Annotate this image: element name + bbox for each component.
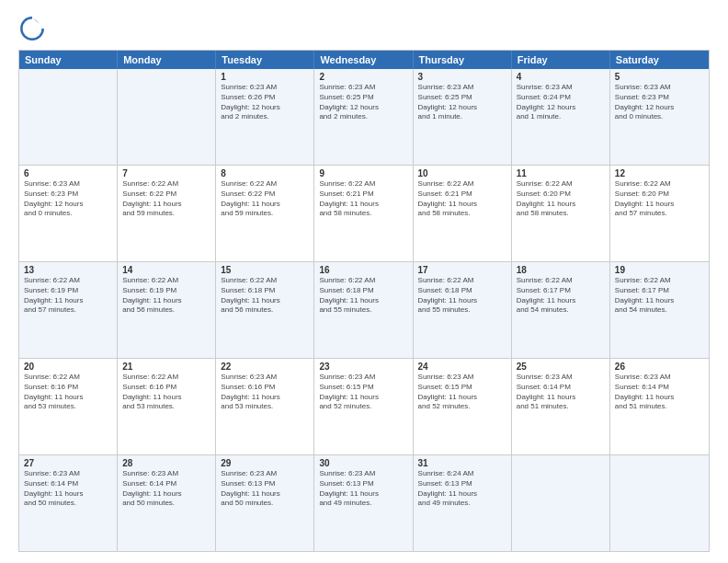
day-info: Sunrise: 6:23 AM Sunset: 6:14 PM Dayligh… xyxy=(615,373,704,412)
day-number: 11 xyxy=(517,168,605,178)
day-number: 19 xyxy=(615,265,704,275)
day-info: Sunrise: 6:23 AM Sunset: 6:14 PM Dayligh… xyxy=(122,469,210,509)
calendar-day-24: 24Sunrise: 6:23 AM Sunset: 6:15 PM Dayli… xyxy=(414,359,512,454)
day-number: 27 xyxy=(24,458,112,468)
calendar-day-17: 17Sunrise: 6:22 AM Sunset: 6:18 PM Dayli… xyxy=(414,262,512,358)
calendar-day-10: 10Sunrise: 6:22 AM Sunset: 6:21 PM Dayli… xyxy=(414,166,512,261)
day-info: Sunrise: 6:22 AM Sunset: 6:16 PM Dayligh… xyxy=(24,373,112,412)
calendar-day-4: 4Sunrise: 6:23 AM Sunset: 6:24 PM Daylig… xyxy=(512,69,610,165)
calendar-day-12: 12Sunrise: 6:22 AM Sunset: 6:20 PM Dayli… xyxy=(610,166,709,261)
day-number: 6 xyxy=(24,168,112,178)
calendar-day-25: 25Sunrise: 6:23 AM Sunset: 6:14 PM Dayli… xyxy=(512,359,610,454)
day-number: 18 xyxy=(517,265,605,275)
day-number: 8 xyxy=(221,168,309,178)
day-number: 7 xyxy=(122,168,210,178)
logo xyxy=(18,15,50,42)
day-info: Sunrise: 6:23 AM Sunset: 6:15 PM Dayligh… xyxy=(319,373,407,412)
day-info: Sunrise: 6:23 AM Sunset: 6:13 PM Dayligh… xyxy=(221,469,309,509)
day-info: Sunrise: 6:22 AM Sunset: 6:21 PM Dayligh… xyxy=(319,179,407,219)
day-number: 10 xyxy=(418,168,506,178)
day-number: 21 xyxy=(122,362,210,372)
logo-icon xyxy=(18,15,46,42)
calendar-day-19: 19Sunrise: 6:22 AM Sunset: 6:17 PM Dayli… xyxy=(610,262,709,358)
day-info: Sunrise: 6:22 AM Sunset: 6:20 PM Dayligh… xyxy=(517,179,605,219)
calendar-day-20: 20Sunrise: 6:22 AM Sunset: 6:16 PM Dayli… xyxy=(19,359,118,454)
day-info: Sunrise: 6:23 AM Sunset: 6:26 PM Dayligh… xyxy=(221,83,309,122)
day-info: Sunrise: 6:23 AM Sunset: 6:25 PM Dayligh… xyxy=(319,83,407,122)
calendar-day-30: 30Sunrise: 6:23 AM Sunset: 6:13 PM Dayli… xyxy=(314,455,413,551)
calendar-day-6: 6Sunrise: 6:23 AM Sunset: 6:23 PM Daylig… xyxy=(19,166,118,261)
day-number: 24 xyxy=(418,362,506,372)
day-number: 16 xyxy=(319,265,407,275)
calendar-day-1: 1Sunrise: 6:23 AM Sunset: 6:26 PM Daylig… xyxy=(216,69,314,165)
day-number: 17 xyxy=(418,265,506,275)
day-info: Sunrise: 6:23 AM Sunset: 6:15 PM Dayligh… xyxy=(418,373,506,412)
calendar-day-14: 14Sunrise: 6:22 AM Sunset: 6:19 PM Dayli… xyxy=(118,262,216,358)
calendar-day-empty xyxy=(610,455,709,551)
calendar-day-15: 15Sunrise: 6:22 AM Sunset: 6:18 PM Dayli… xyxy=(216,262,314,358)
day-info: Sunrise: 6:23 AM Sunset: 6:23 PM Dayligh… xyxy=(615,83,704,122)
calendar-day-22: 22Sunrise: 6:23 AM Sunset: 6:16 PM Dayli… xyxy=(216,359,314,454)
day-number: 15 xyxy=(221,265,309,275)
calendar-body: 1Sunrise: 6:23 AM Sunset: 6:26 PM Daylig… xyxy=(19,69,709,551)
calendar-day-empty xyxy=(118,69,216,165)
day-info: Sunrise: 6:22 AM Sunset: 6:22 PM Dayligh… xyxy=(221,179,309,219)
calendar-day-31: 31Sunrise: 6:24 AM Sunset: 6:13 PM Dayli… xyxy=(414,455,512,551)
header-day-friday: Friday xyxy=(512,51,610,69)
day-info: Sunrise: 6:22 AM Sunset: 6:17 PM Dayligh… xyxy=(615,276,704,316)
day-number: 13 xyxy=(24,265,112,275)
calendar-day-2: 2Sunrise: 6:23 AM Sunset: 6:25 PM Daylig… xyxy=(314,69,413,165)
day-info: Sunrise: 6:22 AM Sunset: 6:20 PM Dayligh… xyxy=(615,179,704,219)
calendar-day-3: 3Sunrise: 6:23 AM Sunset: 6:25 PM Daylig… xyxy=(414,69,512,165)
calendar-day-7: 7Sunrise: 6:22 AM Sunset: 6:22 PM Daylig… xyxy=(118,166,216,261)
day-info: Sunrise: 6:23 AM Sunset: 6:16 PM Dayligh… xyxy=(221,373,309,412)
day-info: Sunrise: 6:23 AM Sunset: 6:13 PM Dayligh… xyxy=(319,469,407,509)
day-info: Sunrise: 6:23 AM Sunset: 6:24 PM Dayligh… xyxy=(517,83,605,122)
day-info: Sunrise: 6:22 AM Sunset: 6:19 PM Dayligh… xyxy=(122,276,210,316)
day-info: Sunrise: 6:23 AM Sunset: 6:23 PM Dayligh… xyxy=(24,179,112,219)
calendar-day-empty xyxy=(512,455,610,551)
calendar-day-18: 18Sunrise: 6:22 AM Sunset: 6:17 PM Dayli… xyxy=(512,262,610,358)
day-number: 30 xyxy=(319,458,407,468)
day-info: Sunrise: 6:23 AM Sunset: 6:14 PM Dayligh… xyxy=(517,373,605,412)
calendar-week-3: 13Sunrise: 6:22 AM Sunset: 6:19 PM Dayli… xyxy=(19,262,709,359)
calendar-day-5: 5Sunrise: 6:23 AM Sunset: 6:23 PM Daylig… xyxy=(610,69,709,165)
day-number: 29 xyxy=(221,458,309,468)
day-number: 20 xyxy=(24,362,112,372)
day-number: 5 xyxy=(615,72,704,82)
calendar-day-23: 23Sunrise: 6:23 AM Sunset: 6:15 PM Dayli… xyxy=(314,359,413,454)
day-info: Sunrise: 6:22 AM Sunset: 6:18 PM Dayligh… xyxy=(418,276,506,316)
calendar-week-4: 20Sunrise: 6:22 AM Sunset: 6:16 PM Dayli… xyxy=(19,359,709,455)
day-number: 4 xyxy=(517,72,605,82)
day-number: 25 xyxy=(517,362,605,372)
day-number: 2 xyxy=(319,72,407,82)
header-day-saturday: Saturday xyxy=(610,51,709,69)
calendar-day-28: 28Sunrise: 6:23 AM Sunset: 6:14 PM Dayli… xyxy=(118,455,216,551)
header-day-monday: Monday xyxy=(118,51,216,69)
day-info: Sunrise: 6:23 AM Sunset: 6:14 PM Dayligh… xyxy=(24,469,112,509)
calendar-day-empty xyxy=(19,69,118,165)
calendar-day-13: 13Sunrise: 6:22 AM Sunset: 6:19 PM Dayli… xyxy=(19,262,118,358)
day-number: 9 xyxy=(319,168,407,178)
day-info: Sunrise: 6:24 AM Sunset: 6:13 PM Dayligh… xyxy=(418,469,506,509)
calendar-header: SundayMondayTuesdayWednesdayThursdayFrid… xyxy=(19,51,709,69)
day-number: 28 xyxy=(122,458,210,468)
calendar-day-29: 29Sunrise: 6:23 AM Sunset: 6:13 PM Dayli… xyxy=(216,455,314,551)
calendar-day-21: 21Sunrise: 6:22 AM Sunset: 6:16 PM Dayli… xyxy=(118,359,216,454)
day-number: 12 xyxy=(615,168,704,178)
calendar-day-11: 11Sunrise: 6:22 AM Sunset: 6:20 PM Dayli… xyxy=(512,166,610,261)
calendar-day-8: 8Sunrise: 6:22 AM Sunset: 6:22 PM Daylig… xyxy=(216,166,314,261)
header-day-sunday: Sunday xyxy=(19,51,118,69)
day-info: Sunrise: 6:22 AM Sunset: 6:19 PM Dayligh… xyxy=(24,276,112,316)
day-info: Sunrise: 6:23 AM Sunset: 6:25 PM Dayligh… xyxy=(418,83,506,122)
header-day-wednesday: Wednesday xyxy=(314,51,413,69)
calendar-week-5: 27Sunrise: 6:23 AM Sunset: 6:14 PM Dayli… xyxy=(19,455,709,551)
calendar: SundayMondayTuesdayWednesdayThursdayFrid… xyxy=(18,50,710,552)
day-number: 1 xyxy=(221,72,309,82)
day-number: 23 xyxy=(319,362,407,372)
day-number: 26 xyxy=(615,362,704,372)
day-info: Sunrise: 6:22 AM Sunset: 6:18 PM Dayligh… xyxy=(319,276,407,316)
day-info: Sunrise: 6:22 AM Sunset: 6:18 PM Dayligh… xyxy=(221,276,309,316)
header-day-tuesday: Tuesday xyxy=(216,51,314,69)
calendar-day-9: 9Sunrise: 6:22 AM Sunset: 6:21 PM Daylig… xyxy=(314,166,413,261)
